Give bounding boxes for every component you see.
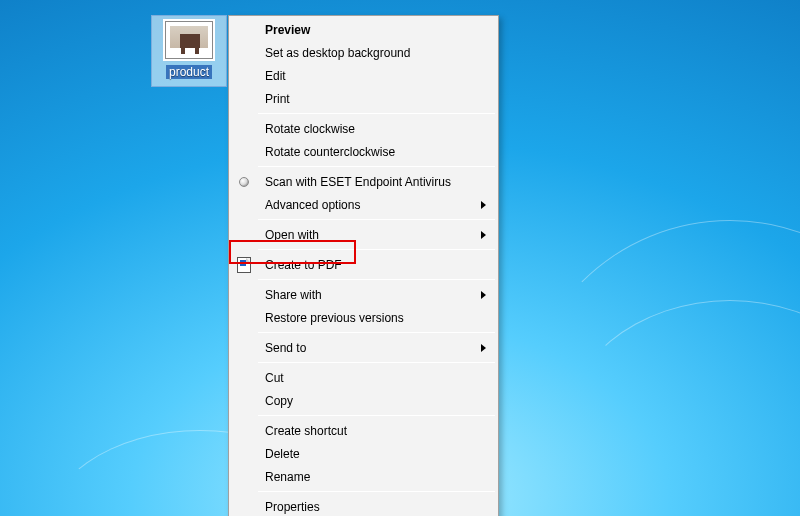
menu-item-properties[interactable]: Properties: [257, 495, 496, 516]
menu-item-label: Create to PDF: [265, 258, 342, 272]
menu-item-label: Send to: [265, 341, 306, 355]
menu-item-open-with[interactable]: Open with: [257, 223, 496, 246]
menu-separator: [258, 249, 495, 250]
menu-item-copy[interactable]: Copy: [257, 389, 496, 412]
menu-item-cut[interactable]: Cut: [257, 366, 496, 389]
menu-separator: [258, 491, 495, 492]
menu-item-rename[interactable]: Rename: [257, 465, 496, 488]
menu-item-delete[interactable]: Delete: [257, 442, 496, 465]
menu-item-label: Copy: [265, 394, 293, 408]
context-menu: PreviewSet as desktop backgroundEditPrin…: [228, 15, 499, 516]
menu-item-advanced-options[interactable]: Advanced options: [257, 193, 496, 216]
menu-item-label: Advanced options: [265, 198, 360, 212]
menu-item-label: Delete: [265, 447, 300, 461]
desktop-icon-product[interactable]: product: [151, 15, 227, 87]
menu-item-label: Open with: [265, 228, 319, 242]
menu-item-set-as-desktop-background[interactable]: Set as desktop background: [257, 41, 496, 64]
menu-separator: [258, 219, 495, 220]
menu-item-preview[interactable]: Preview: [257, 18, 496, 41]
menu-separator: [258, 113, 495, 114]
menu-item-label: Create shortcut: [265, 424, 347, 438]
menu-item-create-to-pdf[interactable]: Create to PDF: [257, 253, 496, 276]
menu-item-label: Cut: [265, 371, 284, 385]
menu-item-label: Set as desktop background: [265, 46, 410, 60]
menu-item-rotate-counterclockwise[interactable]: Rotate counterclockwise: [257, 140, 496, 163]
eset-icon: [231, 170, 257, 193]
menu-item-share-with[interactable]: Share with: [257, 283, 496, 306]
menu-item-rotate-clockwise[interactable]: Rotate clockwise: [257, 117, 496, 140]
menu-separator: [258, 166, 495, 167]
menu-item-label: Restore previous versions: [265, 311, 404, 325]
menu-item-label: Rotate clockwise: [265, 122, 355, 136]
pdf-icon: [231, 253, 257, 276]
menu-item-label: Properties: [265, 500, 320, 514]
submenu-arrow-icon: [481, 201, 486, 209]
menu-item-scan-with-eset-endpoint-antivirus[interactable]: Scan with ESET Endpoint Antivirus: [257, 170, 496, 193]
submenu-arrow-icon: [481, 344, 486, 352]
menu-item-send-to[interactable]: Send to: [257, 336, 496, 359]
menu-item-label: Share with: [265, 288, 322, 302]
menu-separator: [258, 332, 495, 333]
submenu-arrow-icon: [481, 231, 486, 239]
menu-item-print[interactable]: Print: [257, 87, 496, 110]
menu-separator: [258, 362, 495, 363]
menu-separator: [258, 415, 495, 416]
menu-item-label: Rotate counterclockwise: [265, 145, 395, 159]
submenu-arrow-icon: [481, 291, 486, 299]
menu-item-label: Print: [265, 92, 290, 106]
menu-separator: [258, 279, 495, 280]
menu-item-label: Scan with ESET Endpoint Antivirus: [265, 175, 451, 189]
menu-item-create-shortcut[interactable]: Create shortcut: [257, 419, 496, 442]
menu-item-label: Preview: [265, 23, 310, 37]
menu-item-restore-previous-versions[interactable]: Restore previous versions: [257, 306, 496, 329]
file-thumbnail: [165, 21, 213, 59]
menu-item-edit[interactable]: Edit: [257, 64, 496, 87]
menu-item-label: Rename: [265, 470, 310, 484]
desktop-icon-label: product: [166, 65, 212, 79]
menu-item-label: Edit: [265, 69, 286, 83]
